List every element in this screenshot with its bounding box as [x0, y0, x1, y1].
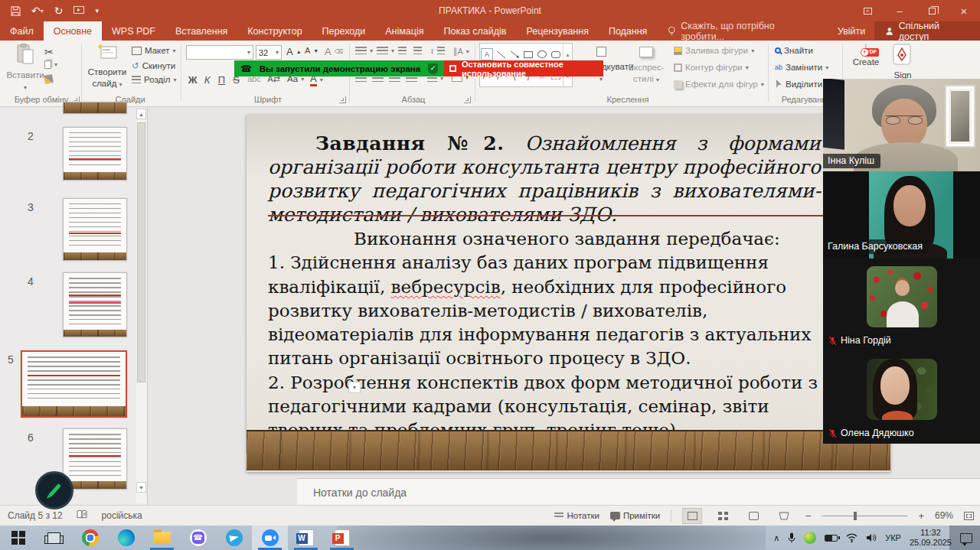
- underline-button[interactable]: П: [215, 74, 228, 86]
- participant-tile-inna[interactable]: Інна Куліш: [823, 79, 980, 171]
- thumbnail-slide-3[interactable]: [63, 198, 127, 261]
- format-painter-button[interactable]: [44, 75, 53, 83]
- find-button[interactable]: Знайти: [775, 46, 813, 55]
- chrome-taskbar-button[interactable]: [72, 526, 108, 550]
- font-name-combo[interactable]: ▾: [186, 45, 253, 60]
- thumbnail-slide-4[interactable]: [63, 272, 127, 337]
- thumbnail-slide-5-selected[interactable]: [21, 350, 127, 418]
- new-slide-button[interactable]: Створити слайд ▾: [86, 44, 129, 89]
- language-status[interactable]: російська: [102, 510, 142, 521]
- copy-button[interactable]: ▾: [44, 60, 57, 69]
- italic-button[interactable]: К: [201, 74, 214, 86]
- undo-button[interactable]: ↶▾: [31, 5, 44, 17]
- tab-file[interactable]: Файл: [0, 21, 44, 41]
- tab-wps-pdf[interactable]: WPS PDF: [102, 21, 165, 41]
- spellcheck-icon[interactable]: [77, 509, 88, 522]
- close-button[interactable]: ×: [948, 0, 980, 21]
- paste-button[interactable]: Вставити▾: [6, 44, 44, 92]
- decrease-indent-button[interactable]: [398, 47, 407, 55]
- select-button[interactable]: Виділити: [775, 80, 822, 89]
- zoom-slider-thumb[interactable]: [854, 512, 857, 520]
- scrollbar-thumb[interactable]: [137, 122, 145, 382]
- layout-button[interactable]: Макет▾: [132, 46, 176, 55]
- increase-indent-button[interactable]: [413, 47, 422, 55]
- reading-view-button[interactable]: [743, 508, 763, 524]
- zoom-out-button[interactable]: −: [805, 509, 811, 522]
- tab-home[interactable]: Основне: [44, 21, 102, 41]
- tab-transitions[interactable]: Переходи: [312, 21, 376, 41]
- shape-outline-button[interactable]: Контур фігури▾: [674, 63, 749, 72]
- microphone-tray-icon[interactable]: [788, 532, 795, 543]
- zoom-taskbar-button[interactable]: [252, 526, 288, 550]
- font-size-combo[interactable]: 32▾: [256, 45, 282, 60]
- save-button[interactable]: [11, 6, 21, 16]
- task-view-button[interactable]: [36, 526, 72, 550]
- participant-tile-galyna-speaking[interactable]: Галина Барсуковская: [823, 171, 980, 259]
- annotation-toolbar-button[interactable]: [35, 471, 74, 509]
- grow-font-button[interactable]: А▲: [286, 46, 302, 57]
- clock[interactable]: 11:32 25.09.2025: [910, 528, 952, 548]
- paragraph-dialog-launcher[interactable]: [464, 96, 471, 103]
- tell-me-search[interactable]: Скажіть, що потрібно зробити...: [657, 21, 828, 41]
- antivirus-tray-icon[interactable]: [804, 532, 816, 544]
- battery-icon[interactable]: [825, 535, 838, 542]
- ribbon-display-options-button[interactable]: ˄: [851, 0, 884, 21]
- file-explorer-taskbar-button[interactable]: [144, 526, 180, 550]
- thumbnail-slide-1[interactable]: [63, 102, 127, 114]
- tab-design[interactable]: Конструктор: [237, 21, 312, 41]
- slideshow-view-button[interactable]: [774, 508, 794, 524]
- viber-taskbar-button[interactable]: ☎: [180, 526, 216, 550]
- language-indicator[interactable]: УКР: [885, 533, 901, 542]
- word-taskbar-button[interactable]: W: [288, 526, 324, 550]
- slide-sorter-view-button[interactable]: [713, 508, 733, 524]
- tab-slideshow[interactable]: Показ слайдів: [434, 21, 517, 41]
- notes-pane[interactable]: Нотатки до слайда: [297, 478, 980, 505]
- zoom-slider[interactable]: [822, 516, 907, 516]
- sign-in-button[interactable]: Увійти: [828, 21, 874, 41]
- shape-fill-button[interactable]: Заливка фігури▾: [674, 46, 754, 55]
- thumbnail-slide-2[interactable]: [63, 127, 127, 181]
- tray-expand-button[interactable]: ∧: [773, 533, 779, 543]
- tab-review[interactable]: Рецензування: [516, 21, 598, 41]
- wifi-icon[interactable]: [846, 533, 858, 542]
- start-button[interactable]: [0, 526, 36, 550]
- numbering-button[interactable]: ▾: [377, 47, 394, 55]
- share-button[interactable]: Спільний доступ: [874, 21, 980, 41]
- redo-button[interactable]: ↻: [54, 5, 64, 17]
- shape-effects-button[interactable]: Ефекти для фігур▾: [674, 80, 764, 89]
- fit-slide-to-window-button[interactable]: [964, 512, 974, 520]
- minimize-button[interactable]: –: [884, 0, 916, 21]
- text-direction-button[interactable]: ∥А▾: [453, 47, 469, 57]
- notes-toggle-button[interactable]: Нотатки: [554, 511, 599, 520]
- stop-share-button[interactable]: Остановить совместное использование: [444, 60, 603, 76]
- quick-styles-button[interactable]: Експрес-стилі ▾: [626, 44, 666, 84]
- scroll-up-button[interactable]: ▲: [136, 109, 146, 119]
- reset-button[interactable]: ↺Скинути: [132, 60, 175, 71]
- clear-formatting-button[interactable]: А⌫: [325, 46, 343, 57]
- scroll-down-button[interactable]: ▼: [348, 382, 361, 393]
- normal-view-button[interactable]: [682, 508, 702, 524]
- powerpoint-taskbar-button[interactable]: P: [324, 526, 360, 550]
- replace-button[interactable]: abЗамінити▾: [775, 63, 828, 72]
- slide-canvas[interactable]: Завдання №2. Ознайомлення з формами орга…: [247, 115, 890, 472]
- restore-button[interactable]: [916, 0, 948, 21]
- zoom-in-button[interactable]: +: [918, 510, 924, 522]
- pdf-sign-button[interactable]: Sign: [887, 44, 919, 81]
- volume-icon[interactable]: [866, 533, 877, 542]
- edge-taskbar-button[interactable]: [108, 526, 144, 550]
- scroll-down-button[interactable]: ▼: [136, 482, 146, 493]
- participant-tile-olena[interactable]: Олена Дядюшко: [823, 351, 980, 444]
- tab-animations[interactable]: Анімація: [375, 21, 433, 41]
- cut-button[interactable]: ✂: [44, 46, 54, 58]
- zoom-level[interactable]: 69%: [935, 510, 953, 521]
- participant-tile-nina[interactable]: Ніна Гордій: [823, 259, 980, 351]
- telegram-taskbar-button[interactable]: [216, 526, 252, 550]
- pdf-create-button[interactable]: PDF+ Create: [848, 44, 884, 68]
- bold-button[interactable]: Ж: [186, 74, 199, 86]
- qat-customize-button[interactable]: ▾: [95, 7, 99, 15]
- thumbnail-slide-6[interactable]: [63, 428, 127, 490]
- tab-insert[interactable]: Вставлення: [165, 21, 237, 41]
- slide-text-block[interactable]: Завдання №2. Ознайомлення з формами орга…: [268, 132, 821, 442]
- font-dialog-launcher[interactable]: [339, 96, 346, 103]
- notification-center-button[interactable]: [960, 533, 972, 543]
